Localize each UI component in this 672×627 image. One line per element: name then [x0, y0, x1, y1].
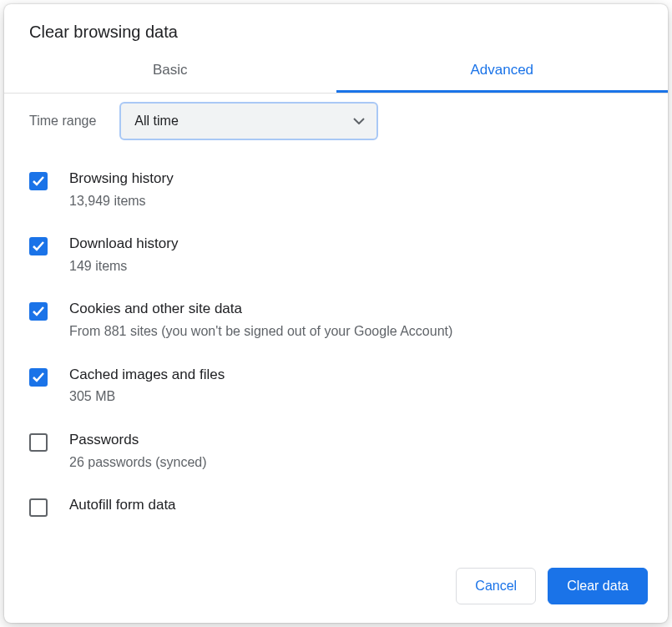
time-range-select[interactable]: All time [119, 102, 378, 140]
option-passwords: Passwords 26 passwords (synced) [29, 418, 643, 483]
option-title: Passwords [69, 430, 643, 450]
checkbox-download-history[interactable] [29, 237, 48, 255]
option-title: Browsing history [69, 169, 643, 189]
checkbox-browsing-history[interactable] [29, 172, 48, 190]
option-title: Cached images and files [69, 365, 643, 385]
clear-browsing-data-dialog: Clear browsing data Basic Advanced Time … [4, 4, 668, 623]
content-scroll-area[interactable]: Time range All time Browsing history 13,… [4, 94, 668, 551]
option-subtitle: From 881 sites (you won't be signed out … [69, 322, 643, 341]
options-list: Browsing history 13,949 items Download h… [4, 157, 668, 547]
option-title: Download history [69, 234, 643, 254]
option-title: Autofill form data [69, 495, 643, 515]
checkbox-cached[interactable] [29, 368, 48, 387]
tab-basic[interactable]: Basic [4, 50, 336, 93]
option-subtitle: 26 passwords (synced) [69, 453, 643, 472]
checkbox-cookies[interactable] [29, 302, 48, 321]
time-range-label: Time range [29, 114, 96, 129]
cancel-button[interactable]: Cancel [456, 568, 536, 604]
option-cached: Cached images and files 305 MB [29, 353, 643, 418]
dialog-title: Clear browsing data [4, 4, 668, 50]
option-subtitle: 13,949 items [69, 192, 643, 210]
option-subtitle: 305 MB [69, 387, 643, 406]
option-cookies: Cookies and other site data From 881 sit… [29, 287, 643, 352]
tab-bar: Basic Advanced [4, 50, 668, 94]
tab-advanced[interactable]: Advanced [336, 50, 669, 93]
checkbox-autofill[interactable] [29, 498, 48, 517]
option-subtitle: 149 items [69, 257, 643, 276]
clear-data-button[interactable]: Clear data [548, 568, 648, 604]
time-range-value: All time [134, 114, 178, 129]
checkbox-passwords[interactable] [29, 433, 48, 452]
option-browsing-history: Browsing history 13,949 items [29, 157, 643, 222]
dialog-footer: Cancel Clear data [4, 551, 668, 623]
option-autofill: Autofill form data [29, 483, 643, 530]
time-range-row: Time range All time [4, 94, 668, 157]
option-title: Cookies and other site data [69, 299, 643, 319]
option-download-history: Download history 149 items [29, 222, 643, 287]
